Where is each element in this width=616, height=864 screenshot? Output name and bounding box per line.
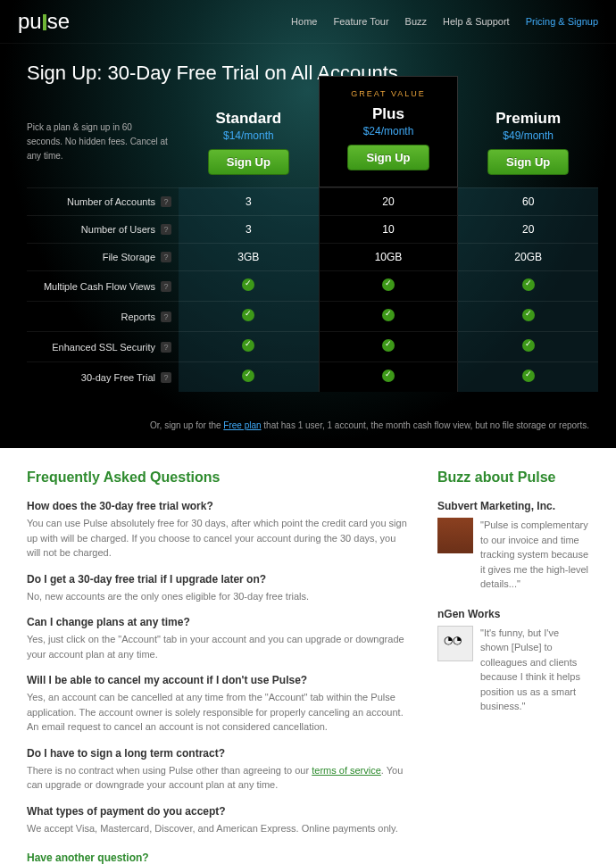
feature-cell — [179, 331, 319, 361]
signup-button-plus[interactable]: Sign Up — [347, 145, 429, 170]
check-icon — [242, 278, 254, 291]
faq-answer: We accept Visa, Mastercard, Discover, an… — [27, 821, 411, 836]
check-icon — [522, 339, 535, 352]
feature-cell: 3GB — [179, 243, 319, 270]
feature-cell: 20GB — [458, 243, 598, 270]
feature-cell — [319, 361, 459, 392]
signup-button-standard[interactable]: Sign Up — [208, 149, 289, 175]
faq-section: Frequently Asked Questions How does the … — [27, 469, 411, 864]
hero: Sign Up: 30-Day Free Trial on All Accoun… — [0, 44, 616, 94]
check-icon — [242, 339, 254, 352]
feature-cell: 20 — [319, 187, 459, 215]
nav-links: Home Feature Tour Buzz Help & Support Pr… — [291, 16, 598, 27]
faq-question: Do I get a 30-day free trial if I upgrad… — [27, 573, 411, 586]
buzz-quote: "Pulse is complementary to our invoice a… — [480, 518, 589, 592]
buzz-heading: Buzz about Pulse — [437, 469, 589, 486]
pricing-table: Pick a plan & sign up in 60 seconds. No … — [27, 94, 598, 392]
check-icon — [522, 370, 535, 382]
feature-row-label: Enhanced SSL Security? — [27, 331, 179, 361]
buzz-author: Subvert Marketing, Inc. — [437, 500, 589, 512]
avatar-icon — [437, 626, 473, 661]
faq-answer: No, new accounts are the only ones eligi… — [27, 589, 411, 604]
great-value-badge: GREAT VALUE — [320, 89, 458, 98]
faq-answer: You can use Pulse absolutely free for 30… — [27, 516, 411, 561]
feature-cell — [458, 301, 598, 331]
buzz-quote: "It's funny, but I've shown [Pulse] to c… — [480, 626, 589, 714]
faq-question: Will I be able to cancel my account if I… — [27, 674, 411, 686]
signup-button-premium[interactable]: Sign Up — [487, 149, 569, 175]
faq-answer: Yes, just click on the "Account" tab in … — [27, 632, 411, 661]
faq-question: Do I have to sign a long term contract? — [27, 747, 411, 760]
plan-name: Premium — [458, 110, 598, 128]
help-icon[interactable]: ? — [161, 224, 171, 235]
feature-row-label: Reports? — [27, 301, 179, 331]
feature-cell — [319, 270, 459, 301]
nav-pricing-signup[interactable]: Pricing & Signup — [526, 16, 598, 27]
check-icon — [242, 370, 254, 382]
feature-cell: 60 — [458, 187, 598, 215]
plan-name: Plus — [320, 105, 458, 123]
plan-head-premium: Premium $49/month Sign Up — [458, 94, 598, 187]
nav-buzz[interactable]: Buzz — [405, 16, 427, 27]
faq-question: What types of payment do you accept? — [27, 805, 411, 818]
feature-cell — [458, 331, 598, 361]
plan-head-standard: Standard $14/month Sign Up — [179, 94, 319, 187]
feature-cell: 10GB — [319, 243, 459, 270]
feature-row-label: Number of Users? — [27, 215, 179, 243]
faq-answer: Yes, an account can be cancelled at any … — [27, 690, 411, 735]
check-icon — [522, 309, 535, 321]
feature-cell — [179, 361, 319, 392]
buzz-author: nGen Works — [437, 608, 589, 620]
plan-price: $14/month — [179, 129, 319, 142]
feature-cell — [179, 301, 319, 331]
top-nav: puse Home Feature Tour Buzz Help & Suppo… — [0, 0, 616, 44]
plan-name: Standard — [179, 110, 319, 128]
plan-price: $24/month — [320, 125, 458, 137]
logo[interactable]: puse — [18, 9, 70, 34]
nav-help-support[interactable]: Help & Support — [443, 16, 510, 27]
pick-plan-text: Pick a plan & sign up in 60 seconds. No … — [27, 94, 179, 187]
help-icon[interactable]: ? — [161, 196, 171, 207]
plan-price: $49/month — [458, 129, 598, 142]
faq-question: Can I change plans at any time? — [27, 616, 411, 628]
check-icon — [382, 278, 395, 291]
check-icon — [382, 309, 395, 321]
feature-cell — [319, 301, 459, 331]
feature-cell — [179, 270, 319, 301]
plan-head-plus: GREAT VALUE Plus $24/month Sign Up — [319, 76, 459, 187]
check-icon — [382, 370, 395, 382]
buzz-item: Subvert Marketing, Inc. "Pulse is comple… — [437, 500, 589, 592]
buzz-section: Buzz about Pulse Subvert Marketing, Inc.… — [437, 469, 589, 864]
free-plan-link[interactable]: Free plan — [223, 420, 261, 430]
feature-cell: 10 — [319, 215, 459, 243]
help-icon[interactable]: ? — [161, 372, 171, 383]
feature-row-label: 30-day Free Trial? — [27, 361, 179, 392]
faq-inline-link[interactable]: terms of service — [312, 765, 381, 776]
faq-question: How does the 30-day free trial work? — [27, 500, 411, 512]
help-icon[interactable]: ? — [161, 252, 171, 262]
nav-home[interactable]: Home — [291, 16, 317, 27]
faq-answer: There is no contract when using Pulse ot… — [27, 763, 411, 793]
logo-accent — [43, 14, 46, 30]
feature-row-label: Multiple Cash Flow Views? — [27, 270, 179, 301]
help-icon[interactable]: ? — [161, 281, 171, 292]
feature-cell — [458, 361, 598, 392]
another-question-heading: Have another question? — [27, 852, 411, 864]
free-plan-note: Or, sign up for the Free plan that has 1… — [0, 410, 616, 448]
nav-feature-tour[interactable]: Feature Tour — [333, 16, 388, 27]
page-title: Sign Up: 30-Day Free Trial on All Accoun… — [27, 62, 589, 85]
feature-cell: 3 — [179, 187, 319, 215]
help-icon[interactable]: ? — [161, 342, 171, 353]
check-icon — [522, 278, 535, 291]
check-icon — [382, 339, 395, 352]
feature-cell: 20 — [458, 215, 598, 243]
check-icon — [242, 309, 254, 321]
feature-row-label: Number of Accounts? — [27, 187, 179, 215]
feature-cell — [319, 331, 459, 361]
avatar-icon — [437, 518, 473, 553]
faq-heading: Frequently Asked Questions — [27, 469, 411, 486]
buzz-item: nGen Works "It's funny, but I've shown [… — [437, 608, 589, 714]
feature-cell: 3 — [179, 215, 319, 243]
help-icon[interactable]: ? — [161, 312, 171, 322]
feature-cell — [458, 270, 598, 301]
